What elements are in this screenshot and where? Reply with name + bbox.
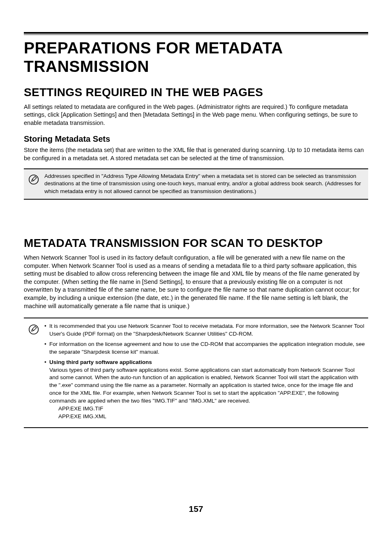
main-title: PREPARATIONS FOR METADATA TRANSMISSION: [24, 39, 368, 76]
top-thin-rule: [24, 35, 368, 35]
section1-title: SETTINGS REQUIRED IN THE WEB PAGES: [24, 86, 368, 99]
section1-body: All settings related to metadata are con…: [24, 103, 368, 127]
svg-point-1: [29, 325, 39, 334]
section2-body: When Network Scanner Tool is used in its…: [24, 254, 368, 310]
note1-text: Addresses specified in "Address Type All…: [42, 173, 365, 196]
note2-item2: For information on the license agreement…: [44, 341, 365, 356]
pencil-icon: [25, 173, 42, 185]
section2-title: METADATA TRANSMISSION FOR SCAN TO DESKTO…: [24, 237, 368, 250]
note2-item3-lead: Using third party software applications: [49, 359, 152, 365]
section1-subbody: Store the items (the metadata set) that …: [24, 146, 368, 162]
note2-item3-body: Various types of third party software ap…: [49, 367, 358, 404]
pencil-icon: [25, 322, 42, 335]
note2-list: It is recommended that you use Network S…: [44, 322, 365, 421]
note-box-1: Addresses specified in "Address Type All…: [24, 168, 368, 200]
note2-item1: It is recommended that you use Network S…: [44, 322, 365, 338]
note2-item3-cmd2: APP.EXE IMG.XML: [49, 413, 365, 421]
section1-subheading: Storing Metadata Sets: [24, 134, 368, 144]
note2-item3-cmd1: APP.EXE IMG.TIF: [49, 405, 365, 413]
top-thick-rule: [24, 32, 368, 34]
note-box-2: It is recommended that you use Network S…: [24, 318, 368, 428]
note2-item3: Using third party software applications …: [44, 359, 365, 421]
svg-point-0: [29, 175, 39, 184]
page-number: 157: [0, 504, 392, 514]
